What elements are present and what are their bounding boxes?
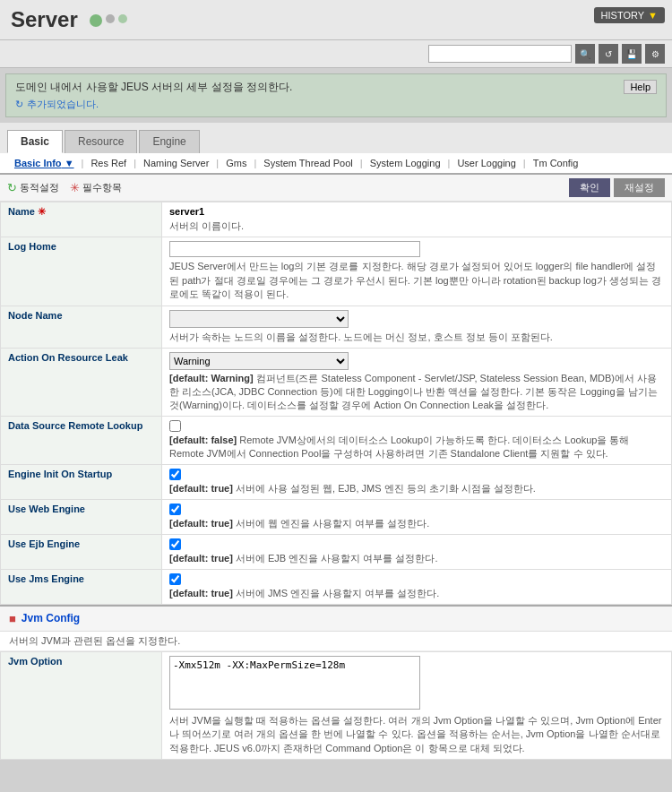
jvm-option-textarea[interactable]: -Xmx512m -XX:MaxPermSize=128m <box>169 656 420 710</box>
action-resource-leak-default: [default: Warning] 컴퍼넌트(즈른 Stateless Com… <box>169 372 664 412</box>
action-left: ↻ 동적설정 ✳ 필수항목 <box>7 181 122 194</box>
subtab-basic-info[interactable]: Basic Info ▼ <box>7 156 82 170</box>
data-source-checkbox[interactable] <box>169 420 181 432</box>
data-source-label: Data Source Remote Lookup <box>1 416 162 464</box>
node-name-label: Node Name <box>1 306 162 348</box>
jms-engine-row: Use Jms Engine [default: true] 서버에 JMS 엔… <box>1 569 672 604</box>
subtab-gms[interactable]: Gms <box>219 156 254 170</box>
extra-icon-btn[interactable]: ⚙ <box>645 44 665 64</box>
circle-green-1 <box>90 14 102 27</box>
web-engine-checkbox-row <box>169 504 664 515</box>
circle-green-2 <box>118 14 127 23</box>
dynamic-icon: ↻ <box>7 181 17 194</box>
ejb-engine-default-text: [default: true] <box>169 553 233 564</box>
data-source-checkbox-row <box>169 420 664 432</box>
web-engine-checkbox[interactable] <box>169 504 181 515</box>
info-added-text: 추가되었습니다. <box>27 98 99 111</box>
form-table: Name ✳ server1 서버의 이름이다. Log Home JEUS S… <box>0 202 672 605</box>
ejb-engine-desc: 서버에 EJB 엔진을 사용할지 여부를 설정한다. <box>236 553 438 564</box>
jvm-option-row: Jvm Option -Xmx512m -XX:MaxPermSize=128m… <box>1 651 672 759</box>
search-icon-btn[interactable]: 🔍 <box>575 44 595 64</box>
data-source-default-text: [default: false] <box>169 435 237 445</box>
jms-engine-default: [default: true] 서버에 JMS 엔진을 사용할지 여부를 설정한… <box>169 587 664 600</box>
data-source-row: Data Source Remote Lookup [default: fals… <box>1 416 672 464</box>
engine-init-checkbox[interactable] <box>169 469 181 480</box>
confirm-button[interactable]: 확인 <box>569 178 610 197</box>
jms-engine-default-text: [default: true] <box>169 588 233 598</box>
web-engine-default-text: [default: true] <box>169 518 233 529</box>
web-engine-desc: 서버에 웹 엔진을 사용할지 여부를 설정한다. <box>236 518 429 529</box>
log-home-input[interactable] <box>169 241 420 257</box>
ejb-engine-label: Use Ejb Engine <box>1 534 162 569</box>
engine-init-value-cell: [default: true] 서버에 사용 설정된 웹, EJB, JMS 엔… <box>162 464 672 499</box>
log-home-row: Log Home JEUS Server에서 만드는 log의 기본 경로를 지… <box>1 237 672 306</box>
history-button[interactable]: HISTORY ▼ <box>594 7 665 23</box>
circle-gray-1 <box>106 14 115 23</box>
data-source-value-cell: [default: false] Remote JVM상에서의 데이터소스 Lo… <box>162 416 672 464</box>
info-banner-text: 도메인 내에서 사용할 JEUS 서버의 세부 설정을 정의한다. <box>15 80 657 95</box>
node-name-value-cell: 서버가 속하는 노드의 이름을 설정한다. 노드에는 머신 정보, 호스트 정보… <box>162 306 672 348</box>
ejb-engine-default: [default: true] 서버에 EJB 엔진을 사용할지 여부를 설정한… <box>169 552 664 565</box>
jms-engine-value-cell: [default: true] 서버에 JMS 엔진을 사용할지 여부를 설정한… <box>162 569 672 604</box>
node-name-desc: 서버가 속하는 노드의 이름을 설정한다. 노드에는 머신 정보, 호스트 정보… <box>169 331 664 344</box>
name-label: Name ✳ <box>1 202 162 237</box>
action-resource-leak-select[interactable]: Warning <box>169 352 349 370</box>
web-engine-label: Use Web Engine <box>1 499 162 534</box>
jms-engine-checkbox-row <box>169 573 664 585</box>
subtab-system-logging[interactable]: System Logging <box>363 156 448 170</box>
tab-basic[interactable]: Basic <box>7 130 63 153</box>
subtab-system-thread-pool[interactable]: System Thread Pool <box>256 156 359 170</box>
engine-init-row: Engine Init On Startup [default: true] 서… <box>1 464 672 499</box>
jms-engine-checkbox[interactable] <box>169 573 181 585</box>
node-name-select[interactable] <box>169 310 349 328</box>
added-icon: ↻ <box>15 99 23 110</box>
help-button[interactable]: Help <box>624 80 657 94</box>
info-banner: Help 도메인 내에서 사용할 JEUS 서버의 세부 설정을 정의한다. ↻… <box>5 73 667 117</box>
refresh-icon-btn[interactable]: ↺ <box>599 44 618 64</box>
subtabs-row: Basic Info ▼ | Res Ref | Naming Server |… <box>0 153 672 175</box>
engine-init-checkbox-row <box>169 469 664 480</box>
data-source-desc: Remote JVM상에서의 데이터소스 Lookup이 가능하도록 한다. 데… <box>169 435 629 459</box>
dynamic-setting-item[interactable]: ↻ 동적설정 <box>7 181 59 194</box>
web-engine-value-cell: [default: true] 서버에 웹 엔진을 사용할지 여부를 설정한다. <box>162 499 672 534</box>
tabs-row: Basic Resource Engine <box>0 123 672 153</box>
required-icon: ✳ <box>70 181 80 194</box>
ejb-engine-value-cell: [default: true] 서버에 EJB 엔진을 사용할지 여부를 설정한… <box>162 534 672 569</box>
web-engine-default: [default: true] 서버에 웹 엔진을 사용할지 여부를 설정한다. <box>169 517 664 530</box>
jms-engine-label: Use Jms Engine <box>1 569 162 604</box>
jvm-option-label: Jvm Option <box>1 651 162 759</box>
action-buttons: 확인 재설정 <box>569 178 665 197</box>
ejb-engine-checkbox[interactable] <box>169 538 181 550</box>
log-home-label: Log Home <box>1 237 162 306</box>
node-name-row: Node Name 서버가 속하는 노드의 이름을 설정한다. 노드에는 머신 … <box>1 306 672 348</box>
action-row: ↻ 동적설정 ✳ 필수항목 확인 재설정 <box>0 175 672 202</box>
name-value: server1 <box>169 206 664 217</box>
history-arrow-icon: ▼ <box>648 10 658 21</box>
subtab-user-logging[interactable]: User Logging <box>450 156 522 170</box>
log-home-desc: JEUS Server에서 만드는 log의 기본 경로를 지정한다. 해당 경… <box>169 260 664 301</box>
ejb-engine-checkbox-row <box>169 538 664 550</box>
jvm-config-icon: ■ <box>9 612 16 625</box>
info-added-row: ↻ 추가되었습니다. <box>15 98 657 111</box>
subtab-res-ref[interactable]: Res Ref <box>83 156 134 170</box>
save-icon-btn[interactable]: 💾 <box>622 44 642 64</box>
subtab-naming-server[interactable]: Naming Server <box>136 156 216 170</box>
jvm-form-table: Jvm Option -Xmx512m -XX:MaxPermSize=128m… <box>0 651 672 760</box>
header-decoration <box>90 14 127 27</box>
reset-button[interactable]: 재설정 <box>614 178 665 197</box>
engine-init-default-text: [default: true] <box>169 483 233 494</box>
subtab-tm-config[interactable]: Tm Config <box>526 156 586 170</box>
log-home-value-cell: JEUS Server에서 만드는 log의 기본 경로를 지정한다. 해당 경… <box>162 237 672 306</box>
action-resource-leak-default-text: [default: Warning] <box>169 373 254 383</box>
name-required-icon: ✳ <box>38 206 46 217</box>
engine-init-desc: 서버에 사용 설정된 웹, EJB, JMS 엔진 등의 초기화 시점을 설정한… <box>236 483 536 494</box>
ejb-engine-row: Use Ejb Engine [default: true] 서버에 EJB 엔… <box>1 534 672 569</box>
tab-resource[interactable]: Resource <box>65 130 137 153</box>
web-engine-row: Use Web Engine [default: true] 서버에 웹 엔진을… <box>1 499 672 534</box>
jvm-config-section-header: ■ Jvm Config <box>0 605 672 632</box>
header-title: Server <box>11 7 78 31</box>
jvm-option-desc: 서버 JVM을 실행할 때 적용하는 옵션을 설정한다. 여러 개의 Jvm O… <box>169 714 664 755</box>
tab-engine[interactable]: Engine <box>139 130 199 153</box>
search-input[interactable] <box>428 45 572 63</box>
main-content: Name ✳ server1 서버의 이름이다. Log Home JEUS S… <box>0 202 672 760</box>
